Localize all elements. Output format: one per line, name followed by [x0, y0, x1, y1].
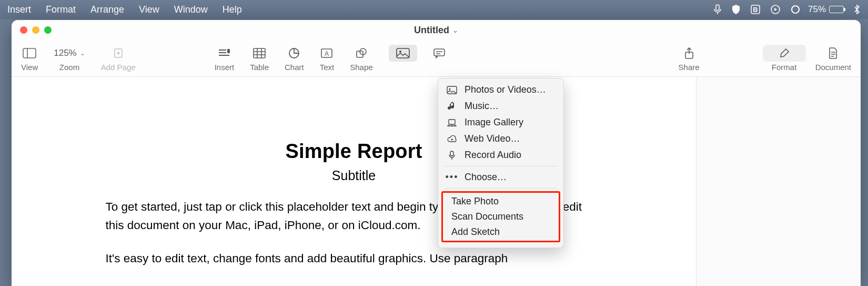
menu-separator	[445, 188, 557, 189]
photos-icon	[447, 86, 457, 94]
document-canvas[interactable]: Simple Report Subtitle To get started, j…	[12, 77, 696, 286]
menu-arrange[interactable]: Arrange	[90, 4, 124, 15]
menu-choose[interactable]: ••• Choose…	[438, 169, 563, 185]
chevron-down-icon: ⌄	[452, 26, 458, 34]
menu-scan-documents[interactable]: Scan Documents	[443, 209, 559, 224]
media-button[interactable]	[389, 45, 417, 72]
music-icon	[447, 102, 457, 111]
shape-icon	[356, 45, 367, 62]
battery-status[interactable]: 75%	[808, 4, 844, 15]
menu-window[interactable]: Window	[174, 4, 208, 15]
svg-rect-0	[716, 5, 719, 11]
format-button[interactable]: Format	[763, 45, 806, 72]
continuity-camera-group: Take Photo Scan Documents Add Sketch	[441, 191, 560, 242]
zoom-button[interactable]: 125%⌄ Zoom	[54, 45, 85, 72]
view-button[interactable]: View	[21, 45, 38, 72]
text-button[interactable]: A Text	[320, 45, 335, 72]
svg-point-25	[399, 51, 401, 53]
add-page-button[interactable]: Add Page	[101, 45, 136, 72]
svg-text:B: B	[753, 6, 758, 14]
document-button[interactable]: Document	[815, 45, 851, 72]
battery-icon	[829, 6, 844, 13]
circle-status-icon[interactable]	[790, 4, 801, 15]
document-icon	[829, 45, 838, 62]
media-icon	[389, 45, 417, 62]
cloud-icon	[447, 135, 457, 143]
svg-rect-14	[254, 48, 265, 58]
brush-icon	[763, 45, 806, 62]
system-menubar: Insert Format Arrange View Window Help B…	[0, 0, 868, 19]
menu-separator	[445, 166, 557, 166]
svg-point-39	[455, 125, 456, 126]
menu-format[interactable]: Format	[46, 4, 76, 15]
menu-take-photo[interactable]: Take Photo	[443, 194, 559, 209]
menu-web-video[interactable]: Web Video…	[438, 131, 563, 147]
share-icon	[684, 45, 694, 62]
share-button[interactable]: Share	[679, 45, 700, 72]
comment-button[interactable]	[433, 45, 446, 72]
toolbar: View 125%⌄ Zoom Add Page Insert Table Ch…	[12, 40, 861, 77]
battery-percent: 75%	[808, 4, 826, 15]
shape-button[interactable]: Shape	[350, 45, 372, 72]
svg-rect-24	[397, 48, 409, 58]
svg-point-37	[448, 125, 449, 126]
window-title[interactable]: Untitled ⌄	[12, 25, 861, 36]
table-icon	[253, 45, 266, 62]
shield-status-icon[interactable]	[731, 4, 741, 15]
plus-page-icon	[113, 45, 124, 62]
app-window: Untitled ⌄ View 125%⌄ Zoom Add Page Inse…	[12, 20, 861, 286]
sidebar-icon	[23, 45, 36, 62]
menu-image-gallery[interactable]: Image Gallery	[438, 114, 563, 131]
chevron-down-icon: ⌄	[80, 50, 85, 57]
text-icon: A	[320, 45, 333, 62]
svg-rect-35	[449, 120, 455, 124]
menu-music[interactable]: Music…	[438, 98, 563, 114]
chart-icon	[288, 45, 300, 62]
menu-photos-videos[interactable]: Photos or Videos…	[438, 82, 563, 98]
titlebar: Untitled ⌄	[12, 20, 861, 40]
insert-icon	[218, 45, 230, 62]
svg-point-4	[792, 6, 799, 13]
window-title-text: Untitled	[414, 25, 449, 36]
content-area: Simple Report Subtitle To get started, j…	[12, 77, 861, 286]
mic-status-icon[interactable]	[713, 4, 722, 15]
gallery-icon	[447, 119, 457, 126]
svg-rect-5	[23, 48, 36, 58]
mic-icon	[447, 151, 457, 160]
bluetooth-status-icon[interactable]	[853, 4, 861, 15]
menu-insert[interactable]: Insert	[7, 4, 31, 15]
b-status-icon[interactable]: B	[750, 4, 761, 15]
svg-rect-26	[434, 49, 445, 56]
svg-text:A: A	[325, 50, 329, 57]
doc-paragraph[interactable]: It's easy to edit text, change fonts and…	[96, 250, 612, 268]
menu-add-sketch[interactable]: Add Sketch	[443, 224, 559, 240]
svg-point-38	[451, 125, 452, 126]
menu-help[interactable]: Help	[223, 4, 242, 15]
media-dropdown: Photos or Videos… Music… Image Gallery W…	[438, 78, 564, 248]
comment-icon	[433, 45, 446, 62]
svg-rect-40	[450, 151, 453, 156]
zoom-value: 125%	[54, 48, 76, 58]
ellipsis-icon: •••	[447, 172, 457, 183]
inspector-panel	[696, 77, 861, 286]
play-status-icon[interactable]	[770, 4, 781, 15]
chart-button[interactable]: Chart	[285, 45, 304, 72]
menu-record-audio[interactable]: Record Audio	[438, 147, 563, 163]
menu-view[interactable]: View	[139, 4, 159, 15]
svg-point-34	[449, 88, 451, 90]
insert-button[interactable]: Insert	[215, 45, 235, 72]
svg-rect-13	[227, 49, 230, 53]
table-button[interactable]: Table	[250, 45, 269, 72]
